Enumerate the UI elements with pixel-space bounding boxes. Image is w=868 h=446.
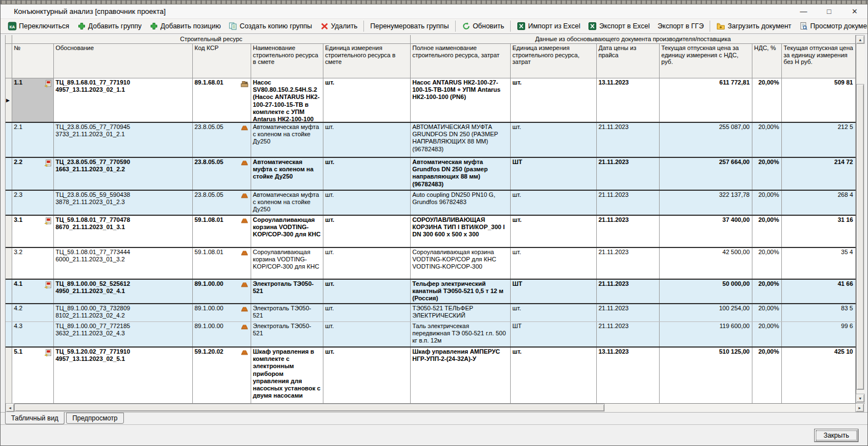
cell-price-without-vat[interactable]: 31 16 — [782, 216, 856, 247]
vertical-scroll-thumb[interactable] — [856, 84, 864, 390]
cell-price-date[interactable]: 21.11.2023 — [597, 322, 660, 346]
cell-price-date[interactable]: 13.11.2023 — [597, 78, 660, 122]
tab-table-view[interactable]: Табличный вид — [5, 412, 64, 424]
cell-unit-estimate[interactable]: шт. — [323, 304, 411, 321]
cell-number[interactable]: 4.3 — [12, 322, 54, 346]
horizontal-scroll-thumb[interactable] — [14, 404, 605, 412]
cell-name-estimate[interactable]: Шкаф управления в комплекте с электронны… — [251, 348, 323, 403]
cell-unit-estimate[interactable]: шт. — [323, 191, 411, 215]
import-excel-button[interactable]: Импорт из Excel — [513, 19, 584, 33]
add-position-button[interactable]: Добавить позицию — [146, 19, 225, 33]
cell-price-without-vat[interactable]: 41 66 — [782, 280, 856, 303]
cell-ksr-code[interactable]: 23.8.05.05 — [193, 123, 251, 157]
cell-ksr-code[interactable]: 89.1.00.00 — [193, 322, 251, 346]
cell-unit-supplier[interactable]: шт. — [511, 123, 597, 157]
cell-price-date[interactable]: 21.11.2023 — [597, 123, 660, 157]
cell-ksr-code[interactable]: 23.8.05.05 — [193, 191, 251, 215]
cell-ksr-code[interactable]: 89.1.00.00 — [193, 280, 251, 303]
cell-price-date[interactable]: 21.11.2023 — [597, 216, 660, 247]
cell-vat-percent[interactable]: 20,00% — [752, 348, 782, 403]
cell-unit-supplier[interactable]: шт. — [511, 248, 597, 279]
cell-full-name[interactable]: ТЭ050-521 ТЕЛЬФЕР ЭЛЕКТРИЧЕСКИЙ — [411, 304, 511, 321]
cell-unit-supplier[interactable]: ШТ — [511, 322, 597, 346]
scroll-right-icon[interactable]: ► — [855, 403, 864, 412]
row-selector-cell[interactable]: ▶ — [6, 78, 12, 122]
cell-unit-estimate[interactable]: шт. — [323, 280, 411, 303]
cell-name-estimate[interactable]: Насос SV80.80.150.2.54H.S.2 (Насос ANTAR… — [251, 78, 323, 122]
cell-ksr-code[interactable]: 59.1.08.01 — [193, 216, 251, 247]
cell-price-without-vat[interactable]: 99 6 — [782, 322, 856, 346]
cell-name-estimate[interactable]: Автоматическая муфта с коленом на стойке… — [251, 123, 323, 157]
cell-full-name[interactable]: Насос ANTARUS НК2-100-27-100-15-ТВ-10М +… — [411, 78, 511, 122]
row-selector-cell[interactable] — [6, 304, 12, 321]
cell-price-without-vat[interactable]: 35 4 — [782, 248, 856, 279]
row-selector-cell[interactable] — [6, 322, 12, 346]
cell-price-with-vat[interactable]: 100 254,00 — [660, 304, 752, 321]
cell-number[interactable]: 4.2 — [12, 304, 54, 321]
cell-unit-supplier[interactable]: шт. — [511, 216, 597, 247]
tab-preview[interactable]: Предпросмотр — [66, 413, 123, 424]
cell-vat-percent[interactable]: 20,00% — [752, 248, 782, 279]
cell-name-estimate[interactable]: Электроталь ТЭ050-521 — [251, 322, 323, 346]
cell-unit-supplier[interactable]: ШТ — [511, 280, 597, 303]
cell-ksr-code[interactable]: 89.1.68.01 — [193, 78, 251, 122]
cell-unit-supplier[interactable]: ШТ — [511, 158, 597, 190]
cell-price-without-vat[interactable]: 214 72 — [782, 158, 856, 190]
cell-number[interactable]: 2.2 — [12, 158, 54, 190]
cell-price-without-vat[interactable]: 83 5 — [782, 304, 856, 321]
cell-price-without-vat[interactable]: 425 10 — [782, 348, 856, 403]
cell-unit-supplier[interactable]: шт. — [511, 191, 597, 215]
cell-unit-estimate[interactable]: шт. — [323, 158, 411, 190]
cell-price-with-vat[interactable]: 611 772,81 — [660, 78, 752, 122]
cell-price-without-vat[interactable]: 509 81 — [782, 78, 856, 122]
switch-button[interactable]: КАПереключиться — [4, 19, 73, 33]
cell-justification[interactable]: ТЦ_59.1.20.02_77_771910 4957_13.11.2023_… — [54, 348, 193, 403]
scroll-down-icon[interactable]: ▼ — [856, 394, 865, 403]
cell-price-without-vat[interactable]: 268 4 — [782, 191, 856, 215]
cell-price-with-vat[interactable]: 322 137,78 — [660, 191, 752, 215]
cell-price-with-vat[interactable]: 37 400,00 — [660, 216, 752, 247]
cell-full-name[interactable]: АВТОМАТИЧЕСКАЯ МУФТА GRUNDFOS DN 250 (РА… — [411, 123, 511, 157]
scroll-left-icon[interactable]: ◄ — [6, 403, 14, 412]
add-group-button[interactable]: Добавить группу — [73, 19, 146, 33]
cell-name-estimate[interactable]: Электроталь ТЭ050-521 — [251, 304, 323, 321]
horizontal-scrollbar[interactable]: ◄ ► — [6, 403, 865, 412]
close-icon[interactable]: ✕ — [842, 4, 867, 18]
cell-price-without-vat[interactable]: 212 5 — [782, 123, 856, 157]
refresh-button[interactable]: Обновить — [458, 19, 508, 33]
cell-vat-percent[interactable]: 20,00% — [752, 280, 782, 303]
cell-vat-percent[interactable]: 20,00% — [752, 322, 782, 346]
cell-justification[interactable]: ТЦ_59.1.08.01_77_773444 6000_21.11.2023_… — [54, 248, 193, 279]
cell-vat-percent[interactable]: 20,00% — [752, 191, 782, 215]
cell-full-name[interactable]: Сороулавливающая корзина VODTING-KOP/COP… — [411, 248, 511, 279]
row-selector-cell[interactable] — [6, 216, 12, 247]
cell-unit-supplier[interactable]: шт. — [511, 78, 597, 122]
cell-justification[interactable]: ТЦ_89.1.00.00_52_525612 4950_21.11.2023_… — [54, 280, 193, 303]
load-document-button[interactable]: Загрузить документ — [712, 19, 795, 33]
row-selector-cell[interactable] — [6, 191, 12, 215]
cell-number[interactable]: 5.1 — [12, 348, 54, 403]
cell-justification[interactable]: ТЦ_23.8.05.05_77_770945 3733_21.11.2023_… — [54, 123, 193, 157]
cell-unit-estimate[interactable]: шт. — [323, 348, 411, 403]
cell-ksr-code[interactable]: 59.1.20.02 — [193, 348, 251, 403]
cell-price-date[interactable]: 21.11.2023 — [597, 304, 660, 321]
cell-number[interactable]: 2.1 — [12, 123, 54, 157]
cell-number[interactable]: 2.3 — [12, 191, 54, 215]
cell-vat-percent[interactable]: 20,00% — [752, 78, 782, 122]
cell-price-date[interactable]: 21.11.2023 — [597, 248, 660, 279]
cell-justification[interactable]: ТЦ_23.8.05.05_77_770590 1663_21.11.2023_… — [54, 158, 193, 190]
cell-unit-estimate[interactable]: шт. — [323, 123, 411, 157]
scroll-up-icon[interactable]: ▲ — [856, 35, 865, 44]
cell-unit-supplier[interactable]: шт. — [511, 304, 597, 321]
row-selector-cell[interactable] — [6, 123, 12, 157]
cell-name-estimate[interactable]: Сороулавливающая корзина VODTING-KOP/COP… — [251, 248, 323, 279]
cell-name-estimate[interactable]: Автоматическая муфта с коленом на стойке… — [251, 191, 323, 215]
cell-price-with-vat[interactable]: 119 600,00 — [660, 322, 752, 346]
cell-justification[interactable]: ТЦ_89.1.00.00_73_732809 8102_21.11.2023_… — [54, 304, 193, 321]
cell-justification[interactable]: ТЦ_89.1.00.00_77_772185 3632_21.11.2023_… — [54, 322, 193, 346]
cell-price-date[interactable]: 21.11.2023 — [597, 280, 660, 303]
delete-button[interactable]: Удалить — [316, 19, 362, 33]
export-gge-button[interactable]: Экспорт в ГГЭ — [654, 20, 707, 32]
cell-ksr-code[interactable]: 59.1.08.01 — [193, 248, 251, 279]
cell-full-name[interactable]: Шкаф управления АМПЕРУС НГР-УПП-2-(24-32… — [411, 348, 511, 403]
